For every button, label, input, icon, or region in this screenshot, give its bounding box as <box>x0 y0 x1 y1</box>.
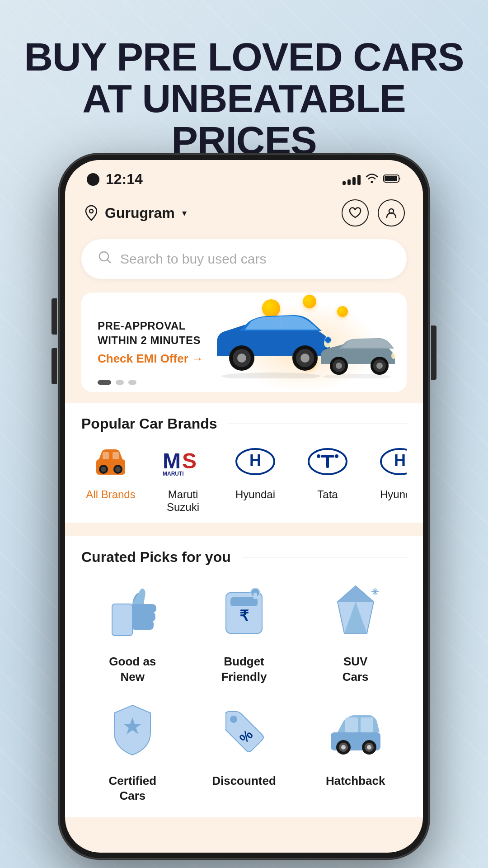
status-time: 12:14 <box>106 171 143 188</box>
svg-text:H: H <box>249 451 261 470</box>
curated-item-certified[interactable]: CertifiedCars <box>81 694 184 804</box>
app-header: Gurugram ▾ <box>65 192 423 236</box>
svg-rect-28 <box>113 452 119 459</box>
svg-point-32 <box>115 467 121 472</box>
svg-rect-50 <box>253 593 257 599</box>
brand-item-hyundai[interactable]: H Hyundai <box>226 441 285 514</box>
svg-rect-27 <box>103 452 109 459</box>
status-icons <box>343 173 401 186</box>
location-icon <box>83 205 99 221</box>
budget-icon: ₹ <box>208 575 280 647</box>
svg-text:₹: ₹ <box>239 608 249 624</box>
curated-item-good-as-new[interactable]: Good asNew <box>81 575 184 685</box>
curated-item-hatchback[interactable]: Hatchback <box>304 694 407 804</box>
svg-text:MARUTI: MARUTI <box>163 471 184 477</box>
brand-logo-hyundai2: H <box>373 441 407 482</box>
svg-point-9 <box>237 354 246 363</box>
svg-rect-41 <box>326 455 329 468</box>
svg-rect-48 <box>230 597 258 606</box>
phone-mockup: 12:14 <box>59 154 429 859</box>
curated-item-budget[interactable]: ₹ BudgetFriendly <box>193 575 296 685</box>
svg-rect-64 <box>361 717 373 732</box>
banner-text: PRE-APPROVAL WITHIN 2 MINUTES Check EMI … <box>98 319 203 365</box>
suv-icon <box>319 575 392 647</box>
curated-grid: Good asNew <box>81 575 407 817</box>
svg-point-24 <box>376 363 383 369</box>
svg-point-21 <box>336 363 342 369</box>
brand-item-all[interactable]: All Brands <box>81 441 140 514</box>
svg-point-43 <box>335 454 338 458</box>
slide-dots <box>98 380 136 385</box>
slide-dot-3[interactable] <box>128 380 136 385</box>
curated-item-suv[interactable]: SUVCars <box>304 575 407 685</box>
good-as-new-icon <box>96 575 169 647</box>
popular-brands-header: Popular Car Brands <box>81 403 407 441</box>
svg-point-5 <box>221 373 321 378</box>
curated-label-good-as-new: Good asNew <box>109 654 156 685</box>
brand-logo-hyundai: H <box>228 441 282 482</box>
svg-point-30 <box>101 467 106 472</box>
banner-cta[interactable]: Check EMI Offer → <box>98 352 203 366</box>
battery-icon <box>383 174 401 185</box>
wishlist-button[interactable] <box>342 199 369 226</box>
search-container: Search to buy used cars <box>65 236 423 288</box>
section-divider-curated <box>242 557 407 558</box>
svg-point-70 <box>367 745 371 750</box>
curated-picks-section: Curated Picks for you <box>65 536 423 817</box>
location-selector[interactable]: Gurugram ▾ <box>83 205 187 222</box>
hero-section: BUY PRE LOVED CARS AT UNBEATABLE PRICES <box>0 36 488 161</box>
brand-label-hyundai2: Hyundai <box>380 488 407 501</box>
brand-label-maruti: Maruti Suzuki <box>154 488 212 514</box>
discount-icon: % <box>208 694 280 766</box>
svg-point-42 <box>317 454 320 458</box>
svg-text:S: S <box>182 449 197 473</box>
section-divider <box>228 424 407 425</box>
slide-dot-1[interactable] <box>98 380 111 385</box>
location-label: Gurugram <box>105 205 175 222</box>
banner-cars: + <box>208 306 398 378</box>
svg-text:SUZUKI: SUZUKI <box>163 477 183 477</box>
blue-car-icon: + <box>208 306 334 378</box>
svg-point-4 <box>99 252 108 261</box>
svg-rect-1 <box>385 176 397 181</box>
brand-label-tata: Tata <box>317 488 338 501</box>
popular-brands-section: Popular Car Brands <box>65 403 423 523</box>
slide-dot-2[interactable] <box>116 380 124 385</box>
brand-label-hyundai: Hyundai <box>235 488 275 501</box>
brand-label-all: All Brands <box>86 488 135 501</box>
svg-rect-63 <box>345 717 358 732</box>
svg-point-67 <box>341 745 346 750</box>
search-icon <box>98 250 112 268</box>
brand-logo-maruti: M S MARUTI SUZUKI <box>156 441 210 482</box>
svg-marker-53 <box>338 586 374 602</box>
search-bar[interactable]: Search to buy used cars <box>81 239 407 279</box>
brand-item-tata[interactable]: Tata <box>298 441 357 514</box>
search-placeholder-text: Search to buy used cars <box>120 251 267 267</box>
svg-point-2 <box>89 209 93 213</box>
curated-label-discount: Discounted <box>212 774 276 789</box>
curated-label-hatchback: Hatchback <box>326 774 385 789</box>
curated-label-certified: CertifiedCars <box>109 774 156 804</box>
curated-label-suv: SUVCars <box>343 654 369 685</box>
curated-item-discount[interactable]: % Discounted <box>193 694 296 804</box>
brand-logo-all <box>84 441 138 482</box>
gray-car-icon <box>316 329 398 378</box>
svg-point-60 <box>230 716 237 723</box>
brands-list: All Brands M S MARUTI SUZUKI <box>81 441 407 523</box>
brand-item-maruti[interactable]: M S MARUTI SUZUKI Maruti Suzuki <box>154 441 212 514</box>
curated-label-budget: BudgetFriendly <box>221 654 267 685</box>
curated-picks-title: Curated Picks for you <box>81 549 231 566</box>
certified-icon <box>96 694 169 766</box>
camera-dot <box>87 173 99 186</box>
svg-point-25 <box>391 353 396 359</box>
banner-line1: PRE-APPROVAL <box>98 319 203 333</box>
profile-button[interactable] <box>378 199 405 226</box>
emi-banner[interactable]: PRE-APPROVAL WITHIN 2 MINUTES Check EMI … <box>81 292 407 392</box>
phone-screen: 12:14 <box>65 160 423 853</box>
brand-item-hyundai2[interactable]: H Hyundai <box>371 441 407 514</box>
wifi-icon <box>365 173 379 186</box>
chevron-down-icon: ▾ <box>182 208 187 218</box>
hatchback-icon <box>319 694 392 766</box>
svg-rect-46 <box>112 604 132 636</box>
banner-line2: WITHIN 2 MINUTES <box>98 333 203 347</box>
